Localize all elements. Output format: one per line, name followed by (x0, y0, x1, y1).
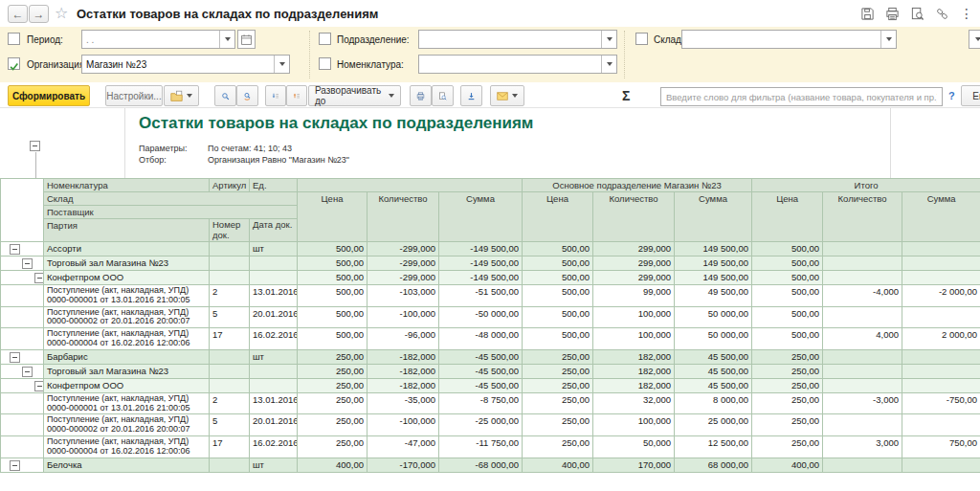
cell-doc-date[interactable]: 13.01.2016 (250, 285, 298, 307)
quick-filter-input[interactable] (660, 87, 943, 106)
cell-value[interactable]: 500,00 (752, 271, 823, 285)
cell-doc-date[interactable] (250, 364, 298, 378)
cell-nomenclature[interactable]: Поступление (акт, накладная, УПД) 0000-0… (44, 285, 210, 307)
search-button[interactable] (214, 85, 236, 106)
cell-value[interactable]: 32,000 (593, 392, 675, 414)
cell-value[interactable]: 250,00 (298, 392, 368, 414)
cell-value[interactable]: 250,00 (523, 435, 593, 458)
send-mail-button[interactable] (490, 85, 524, 106)
cell-value[interactable]: 250,00 (523, 414, 593, 436)
cell-value[interactable]: 8 000,00 (675, 392, 752, 414)
cell-value[interactable]: 99,000 (593, 285, 675, 307)
cell-value[interactable]: 149 500,00 (675, 242, 752, 257)
cell-doc-number[interactable] (210, 364, 250, 378)
period-dropdown[interactable] (219, 31, 234, 48)
cell-value[interactable]: 250,00 (523, 392, 593, 414)
cell-value[interactable]: 45 500,00 (675, 378, 752, 392)
cell-value[interactable]: -149 500,00 (439, 257, 523, 271)
print-preview-icon[interactable] (909, 6, 924, 21)
cell-value[interactable]: 500,00 (752, 306, 823, 328)
cell-doc-date[interactable]: 16.02.2016 (250, 435, 298, 458)
warehouse-checkbox[interactable] (635, 33, 648, 45)
cell-value[interactable]: -11 750,00 (439, 435, 523, 458)
cell-nomenclature[interactable]: Ассорти (44, 242, 210, 257)
cell-value[interactable] (823, 257, 902, 271)
cell-doc-number[interactable] (210, 349, 250, 364)
cell-value[interactable]: 50 000,00 (675, 306, 752, 328)
link-icon[interactable] (934, 6, 949, 21)
cell-nomenclature[interactable]: Торговый зал Магазина №23 (44, 364, 210, 378)
organization-field[interactable]: Магазин №23 (81, 55, 290, 74)
cell-value[interactable]: -182,000 (368, 364, 439, 378)
cell-value[interactable] (902, 306, 980, 328)
cell-value[interactable]: 500,00 (298, 328, 368, 350)
cell-value[interactable] (902, 458, 980, 472)
cell-value[interactable]: 12 500,00 (675, 435, 752, 458)
cell-value[interactable]: 500,00 (523, 242, 593, 257)
cell-value[interactable]: -2 000,00 (902, 285, 980, 307)
cell-doc-number[interactable]: 2 (210, 285, 250, 307)
cell-value[interactable]: 250,00 (298, 349, 368, 364)
division-dropdown[interactable] (601, 31, 616, 48)
cell-value[interactable]: 500,00 (523, 306, 593, 328)
cell-value[interactable]: 50 000,00 (675, 328, 752, 350)
cell-nomenclature[interactable]: Поступление (акт, накладная, УПД) 0000-0… (44, 306, 210, 328)
cell-value[interactable] (823, 271, 902, 285)
cell-doc-date[interactable]: шт (250, 458, 298, 472)
cell-nomenclature[interactable]: Конфетпром ООО (44, 271, 210, 285)
autosum-icon[interactable]: Σ (622, 88, 630, 103)
cell-doc-number[interactable] (210, 242, 250, 257)
row-expander-icon[interactable] (34, 381, 44, 391)
cell-doc-date[interactable] (250, 378, 298, 392)
cell-value[interactable] (902, 257, 980, 271)
cell-value[interactable]: -299,000 (368, 271, 439, 285)
row-expander-icon[interactable] (22, 367, 33, 377)
cell-value[interactable]: 100,000 (593, 328, 675, 350)
cell-doc-date[interactable]: 20.01.2016 (250, 414, 298, 436)
cell-value[interactable]: 250,00 (298, 378, 368, 392)
row-expander-icon[interactable] (10, 460, 20, 471)
cell-value[interactable] (823, 458, 902, 472)
cell-value[interactable]: 250,00 (752, 392, 823, 414)
cell-value[interactable]: 25 000,00 (675, 414, 752, 436)
cell-value[interactable]: 170,000 (593, 458, 675, 472)
cell-value[interactable]: 3,000 (823, 435, 902, 458)
division-checkbox[interactable] (319, 33, 331, 45)
more-button[interactable]: Ещё (961, 85, 980, 106)
cell-value[interactable]: -47,000 (368, 435, 439, 458)
cell-value[interactable]: 250,00 (752, 349, 823, 364)
cell-value[interactable]: 500,00 (298, 257, 368, 271)
cell-value[interactable]: -35,000 (368, 392, 439, 414)
cell-doc-date[interactable]: 20.01.2016 (250, 306, 298, 328)
cell-value[interactable]: -170,000 (368, 458, 439, 472)
cell-doc-number[interactable]: 5 (210, 414, 250, 436)
cell-value[interactable]: 250,00 (523, 378, 593, 392)
cell-value[interactable] (902, 242, 980, 257)
cell-doc-date[interactable]: шт (250, 349, 298, 364)
cell-value[interactable]: -299,000 (368, 242, 439, 257)
cell-value[interactable]: -50 000,00 (439, 306, 523, 328)
cell-value[interactable]: -100,000 (368, 306, 439, 328)
cell-value[interactable]: 299,000 (593, 271, 675, 285)
cell-value[interactable]: 500,00 (298, 285, 368, 307)
generate-button[interactable]: Сформировать (8, 85, 90, 106)
cell-value[interactable]: 49 500,00 (675, 285, 752, 307)
expand-groups-button[interactable] (286, 85, 307, 106)
print-icon[interactable] (884, 6, 900, 21)
cell-doc-number[interactable] (210, 458, 250, 472)
cell-value[interactable]: 100,000 (593, 306, 675, 328)
warehouse-dropdown[interactable] (880, 31, 896, 48)
settings-button[interactable]: Настройки... (105, 85, 163, 106)
cell-value[interactable]: 500,00 (523, 328, 593, 350)
cell-doc-date[interactable]: 13.01.2016 (250, 392, 298, 414)
cell-value[interactable]: 250,00 (298, 435, 368, 458)
cell-nomenclature[interactable]: Поступление (акт, накладная, УПД) 0000-0… (44, 435, 210, 458)
help-icon[interactable]: ? (948, 90, 955, 101)
cell-value[interactable] (902, 271, 980, 285)
cell-value[interactable]: 500,00 (752, 242, 823, 257)
cell-nomenclature[interactable]: Торговый зал Магазина №23 (44, 257, 210, 271)
cell-value[interactable] (902, 378, 980, 392)
cell-doc-date[interactable] (250, 257, 298, 271)
cell-value[interactable]: 250,00 (752, 435, 823, 458)
cell-value[interactable]: -25 000,00 (439, 414, 523, 436)
